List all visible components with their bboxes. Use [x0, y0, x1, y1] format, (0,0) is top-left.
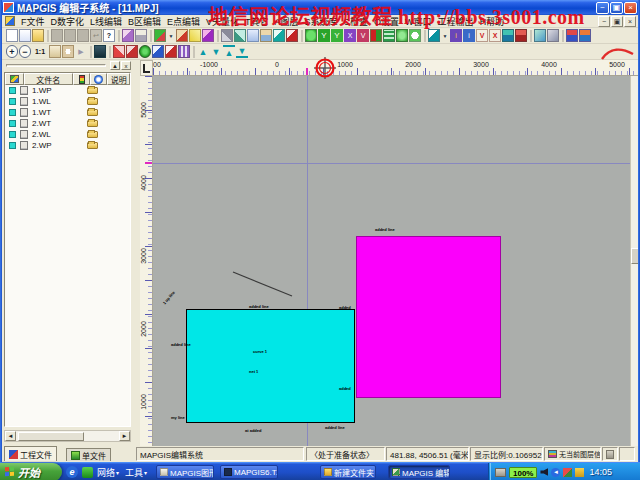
project-tool-icon[interactable]	[566, 29, 578, 42]
scroll-right-arrow[interactable]: ►	[119, 431, 130, 441]
ruler-corner[interactable]	[140, 60, 153, 76]
layer-bottom-icon[interactable]: ▼	[236, 45, 248, 58]
library-alt-icon[interactable]	[547, 29, 559, 42]
file-row[interactable]: 1.WT	[5, 107, 130, 118]
edit-state-icon[interactable]	[9, 87, 16, 94]
zoom-out-icon[interactable]: −	[19, 45, 31, 58]
menu-item[interactable]: O设置	[371, 15, 402, 28]
pen-red-icon[interactable]	[165, 45, 177, 58]
brush-icon[interactable]	[202, 29, 214, 42]
globe-icon[interactable]	[139, 45, 151, 58]
tab-project-file[interactable]: 工程文件	[4, 446, 57, 461]
layer-down-icon[interactable]: ▼	[210, 45, 222, 58]
panel-collapse-button[interactable]: ▲	[110, 61, 120, 70]
menu-item[interactable]: L线编辑	[87, 15, 125, 28]
taskbar-task-button[interactable]: MAPGIS图形...	[156, 465, 214, 479]
panel-grip[interactable]	[6, 64, 106, 67]
menu-item[interactable]: 工程输出	[435, 15, 477, 28]
zoom-1-1-icon[interactable]: 1:1	[32, 45, 48, 58]
menu-item[interactable]: A图层	[272, 15, 302, 28]
chevron-down-icon[interactable]: ▾	[144, 469, 147, 476]
redraw-icon[interactable]	[113, 45, 125, 58]
menu-item[interactable]: V矢量化	[203, 15, 242, 28]
point-tool-icon[interactable]: i	[450, 29, 462, 42]
new-file-icon[interactable]	[6, 29, 18, 42]
folder-icon[interactable]	[87, 98, 98, 105]
move-page-icon[interactable]	[49, 45, 61, 58]
dropdown-icon[interactable]: ▼	[167, 29, 175, 42]
cyan-polygon[interactable]	[186, 309, 355, 423]
mdi-restore-button[interactable]: ▣	[611, 16, 623, 27]
chevron-down-icon[interactable]: ▾	[116, 469, 119, 476]
menu-item[interactable]: E点编辑	[164, 15, 203, 28]
measure-icon[interactable]	[234, 29, 246, 42]
save-all-icon[interactable]	[64, 29, 76, 42]
panel-horizontal-scrollbar[interactable]: ◄ ►	[4, 430, 131, 442]
taskbar-toolbar[interactable]: 网络 ▾	[97, 466, 119, 479]
taskbar-task-button[interactable]: MAPGIS 编辑...	[388, 465, 450, 479]
region-fill-icon[interactable]	[370, 29, 382, 42]
toolbar-separator[interactable]	[301, 30, 303, 42]
folder-icon[interactable]	[87, 142, 98, 149]
taskbar-task-button[interactable]: 新建文件夹	[320, 465, 376, 479]
scroll-left-arrow[interactable]: ◄	[5, 431, 16, 441]
tray-app-icon[interactable]	[563, 468, 572, 477]
folder-icon[interactable]	[87, 120, 98, 127]
file-row[interactable]: 2.WL	[5, 129, 130, 140]
dropdown-icon[interactable]: ▼	[441, 29, 449, 42]
save-icon[interactable]	[51, 29, 63, 42]
topology-icon[interactable]	[383, 29, 395, 42]
toolbar-separator[interactable]	[118, 30, 120, 42]
clip-region-icon[interactable]	[409, 29, 421, 42]
zoom-in-icon[interactable]: +	[6, 45, 18, 58]
folder-icon[interactable]	[87, 109, 98, 116]
visibility-column-header[interactable]	[90, 73, 107, 85]
toolbar-separator[interactable]	[424, 30, 426, 42]
polygon-icon[interactable]	[396, 29, 408, 42]
edit-state-icon[interactable]	[9, 109, 16, 116]
ie-icon[interactable]: e	[66, 466, 78, 478]
sketch-icon[interactable]	[126, 45, 138, 58]
edit-state-icon[interactable]	[9, 98, 16, 105]
toolbar-separator[interactable]	[530, 30, 532, 42]
print-preview-icon[interactable]	[122, 29, 134, 42]
grid-icon[interactable]	[178, 45, 190, 58]
menu-item[interactable]: W窗口	[402, 15, 435, 28]
tray-message-icon[interactable]	[575, 468, 584, 477]
menu-item[interactable]: D数字化	[48, 15, 88, 28]
toolbar-separator[interactable]	[217, 30, 219, 42]
toolbar-separator[interactable]	[90, 46, 92, 58]
menu-item[interactable]: C检查	[341, 15, 372, 28]
close-button[interactable]: ×	[624, 2, 637, 14]
menu-item[interactable]: T其它	[242, 15, 272, 28]
file-row[interactable]: 2.WT	[5, 118, 130, 129]
copy-icon[interactable]	[247, 29, 259, 42]
minimize-button[interactable]: −	[596, 2, 609, 14]
map-canvas[interactable]: added lineadded lineadded1 up lineadded …	[153, 76, 630, 446]
edit-state-icon[interactable]	[9, 142, 16, 149]
pen-blue-icon[interactable]	[152, 45, 164, 58]
open-folder-icon[interactable]	[32, 29, 44, 42]
language-bar-icon[interactable]: ◄	[551, 468, 560, 477]
filename-column-header[interactable]: 文件名	[24, 73, 73, 85]
toolbar-separator[interactable]	[193, 46, 195, 58]
select-arrow-icon[interactable]: ▶	[75, 45, 87, 58]
mdi-minimize-button[interactable]: −	[598, 16, 610, 27]
toolbar-separator[interactable]	[150, 30, 152, 42]
vertex-add-icon[interactable]: V	[476, 29, 488, 42]
taskbar-task-button[interactable]: MAPGIS6.T...	[220, 465, 278, 479]
node-snap-icon[interactable]: V	[357, 29, 369, 42]
layer-up-icon[interactable]: ▲	[197, 45, 209, 58]
help-pointer-icon[interactable]: ?	[103, 29, 115, 42]
edit-pen-red-icon[interactable]	[286, 29, 298, 42]
toolbar-separator[interactable]	[47, 30, 49, 42]
print-icon[interactable]	[135, 29, 147, 42]
mdi-close-button[interactable]: ×	[624, 16, 636, 27]
file-row[interactable]: 1.WL	[5, 96, 130, 107]
toolbar-separator[interactable]	[109, 46, 111, 58]
point-move-icon[interactable]: i	[463, 29, 475, 42]
start-button[interactable]: 开始	[0, 463, 62, 480]
document-icon[interactable]	[5, 16, 15, 26]
panel-close-button[interactable]: x	[121, 61, 131, 70]
scrollbar-thumb[interactable]	[18, 432, 84, 441]
